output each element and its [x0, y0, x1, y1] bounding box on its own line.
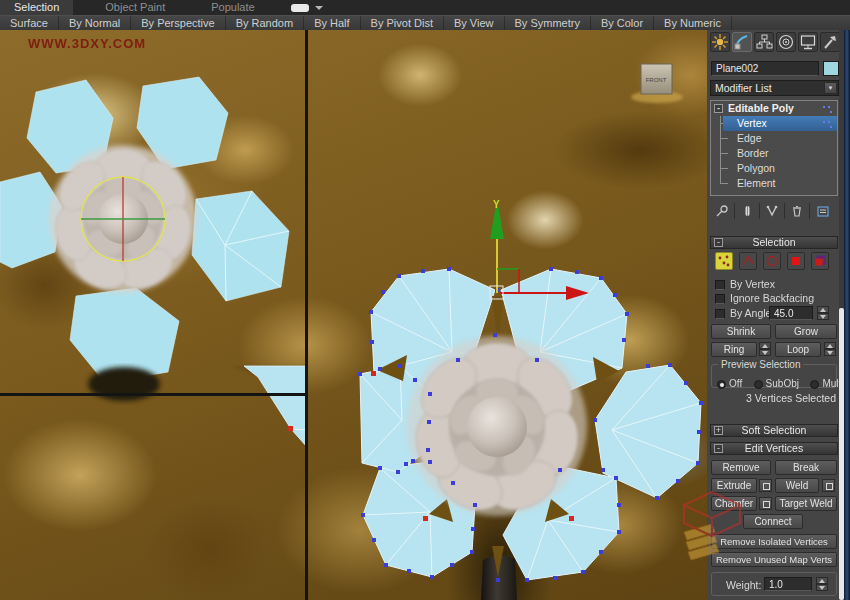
viewport-divider-horizontal[interactable]	[0, 393, 306, 396]
selection-rollout-header[interactable]: - Selection	[710, 236, 838, 249]
modifier-list-dropdown[interactable]: Modifier List ▼	[710, 80, 839, 96]
weld-button[interactable]: Weld	[775, 478, 819, 493]
ribbon-button-by-perspective[interactable]: By Perspective	[131, 16, 225, 30]
extrude-button[interactable]: Extrude	[711, 478, 757, 493]
ring-spinner[interactable]	[759, 342, 771, 357]
weight-label: Weight:	[726, 579, 761, 591]
ribbon-tab-object-paint[interactable]: Object Paint	[91, 0, 179, 15]
by-angle-checkbox[interactable]	[715, 309, 725, 319]
chamfer-button[interactable]: Chamfer	[711, 496, 757, 511]
ribbon-button-bar: Surface By Normal By Perspective By Rand…	[0, 15, 850, 30]
edge-icon	[740, 253, 756, 269]
show-end-result-button[interactable]	[735, 203, 760, 219]
remove-unused-map-verts-button[interactable]: Remove Unused Map Verts	[711, 552, 837, 567]
preview-subobj-radio[interactable]	[754, 380, 763, 389]
border-subobject-button[interactable]	[763, 252, 781, 270]
loop-spinner[interactable]	[824, 342, 836, 357]
modify-tab[interactable]	[732, 32, 752, 52]
edge-subobject-button[interactable]	[739, 252, 757, 270]
collapse-icon[interactable]: -	[714, 238, 723, 247]
ribbon-dropdown-icon[interactable]	[315, 6, 323, 10]
element-icon	[812, 253, 828, 269]
remove-modifier-button[interactable]	[785, 203, 810, 219]
stack-item-editable-poly[interactable]: - Editable Poly	[711, 101, 837, 116]
weight-spinner[interactable]	[816, 577, 828, 592]
by-vertex-checkbox[interactable]	[715, 280, 725, 290]
preview-off-radio[interactable]	[717, 380, 726, 389]
ribbon-button-by-random[interactable]: By Random	[226, 16, 304, 30]
remove-button[interactable]: Remove	[711, 460, 771, 475]
viewport-divider-vertical[interactable]	[305, 30, 308, 600]
stack-item-border[interactable]: Border	[711, 146, 837, 161]
ribbon-button-by-color[interactable]: By Color	[591, 16, 654, 30]
ring-button[interactable]: Ring	[711, 342, 757, 357]
extrude-settings-button[interactable]	[759, 479, 772, 492]
expand-icon[interactable]: +	[714, 426, 723, 435]
edit-vertices-rollout-header[interactable]: - Edit Vertices	[710, 442, 838, 455]
element-subobject-button[interactable]	[811, 252, 829, 270]
weight-field[interactable]: 1.0	[764, 577, 812, 591]
grow-button[interactable]: Grow	[775, 324, 837, 339]
window-edge	[844, 30, 850, 600]
hierarchy-tab[interactable]	[754, 32, 774, 52]
ribbon-button-by-symmetry[interactable]: By Symmetry	[505, 16, 591, 30]
ribbon-tab-populate[interactable]: Populate	[197, 0, 268, 15]
collapse-icon[interactable]: -	[714, 444, 723, 453]
utilities-tab[interactable]	[820, 32, 840, 52]
make-unique-button[interactable]	[760, 203, 785, 219]
stack-item-vertex[interactable]: Vertex	[723, 116, 837, 131]
pin-stack-button[interactable]	[710, 203, 735, 219]
object-color-swatch[interactable]	[823, 61, 839, 76]
motion-tab[interactable]	[776, 32, 796, 52]
display-tab[interactable]	[798, 32, 818, 52]
ribbon-tab-selection[interactable]: Selection	[0, 0, 73, 15]
target-weld-button[interactable]: Target Weld	[775, 496, 837, 511]
flower-top-view[interactable]	[0, 77, 289, 401]
weld-settings-button[interactable]	[822, 479, 835, 492]
collapse-icon[interactable]: -	[714, 104, 723, 113]
3dsmax-window: Selection Object Paint Populate Surface …	[0, 0, 850, 600]
preview-multi-radio[interactable]	[810, 380, 819, 389]
remove-isolated-vertices-button[interactable]: Remove Isolated Vertices	[711, 534, 837, 549]
viewport-scene[interactable]: FRONT	[0, 30, 707, 600]
stack-item-element[interactable]: Element	[711, 176, 837, 191]
ribbon-minimize-icon[interactable]	[291, 4, 309, 12]
chamfer-settings-button[interactable]	[759, 497, 772, 510]
ignore-backfacing-row[interactable]: Ignore Backfacing	[715, 293, 814, 304]
stack-item-polygon[interactable]: Polygon	[711, 161, 837, 176]
ribbon-button-by-pivot-dist[interactable]: By Pivot Dist	[361, 16, 444, 30]
configure-modifier-sets-button[interactable]	[810, 203, 835, 219]
selection-status: 3 Vertices Selected	[710, 392, 836, 404]
ribbon-button-by-half[interactable]: By Half	[304, 16, 360, 30]
loop-button[interactable]: Loop	[775, 342, 821, 357]
ribbon-button-by-view[interactable]: By View	[444, 16, 505, 30]
ignore-backfacing-checkbox[interactable]	[715, 294, 725, 304]
ribbon-button-by-normal[interactable]: By Normal	[59, 16, 131, 30]
selected-vertex[interactable]	[288, 426, 293, 431]
ribbon-button-surface[interactable]: Surface	[0, 16, 59, 30]
flower-fragment-view[interactable]	[231, 366, 307, 447]
motion-icon	[777, 33, 795, 51]
by-angle-spinner[interactable]	[817, 306, 829, 321]
front-cube[interactable]: FRONT	[631, 64, 683, 103]
front-cube-label: FRONT	[646, 77, 667, 83]
by-vertex-row[interactable]: By Vertex	[715, 279, 775, 290]
top-view-gizmo[interactable]	[81, 177, 165, 261]
hierarchy-icon	[755, 33, 773, 51]
break-button[interactable]: Break	[775, 460, 837, 475]
by-angle-field[interactable]: 45.0	[769, 306, 813, 320]
stack-item-edge[interactable]: Edge	[711, 131, 837, 146]
modifier-stack[interactable]: - Editable Poly Vertex Edge Border Polyg…	[710, 100, 838, 196]
shrink-button[interactable]: Shrink	[711, 324, 771, 339]
object-name-field[interactable]: Plane002	[711, 61, 819, 76]
vertex-subobject-button[interactable]	[715, 252, 733, 270]
dropdown-arrow-icon[interactable]: ▼	[824, 82, 837, 94]
utilities-icon	[821, 33, 839, 51]
polygon-subobject-button[interactable]	[787, 252, 805, 270]
connect-button[interactable]: Connect	[743, 514, 803, 529]
create-tab[interactable]	[710, 32, 730, 52]
by-angle-row[interactable]: By Angle:	[715, 308, 774, 319]
viewport-area[interactable]: WWW.3DXY.COM	[0, 30, 707, 600]
soft-selection-rollout-header[interactable]: + Soft Selection	[710, 424, 838, 437]
ribbon-button-by-numeric[interactable]: By Numeric	[654, 16, 732, 30]
